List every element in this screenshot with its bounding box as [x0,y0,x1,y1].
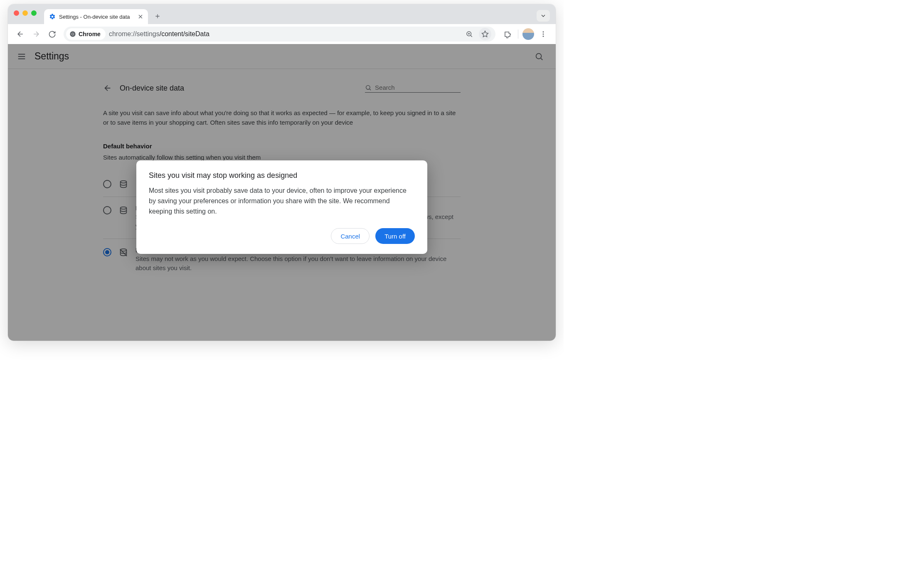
profile-avatar[interactable] [522,28,534,40]
window-controls [14,10,37,16]
svg-point-6 [543,36,544,37]
zoom-icon[interactable] [463,28,476,40]
dialog-body: Most sites you visit probably save data … [149,186,415,217]
nav-forward-button[interactable] [30,27,43,41]
page-content: Settings On-device site data A site you … [8,44,556,341]
browser-tab[interactable]: Settings - On-device site data [44,9,148,24]
browser-toolbar: Chrome chrome://settings/content/siteDat… [8,24,556,44]
browser-menu-icon[interactable] [537,27,550,41]
toolbar-divider [518,30,518,39]
turn-off-button[interactable]: Turn off [375,228,415,244]
minimize-window-button[interactable] [22,10,28,16]
fullscreen-window-button[interactable] [31,10,37,16]
svg-point-4 [543,31,544,32]
tab-strip: Settings - On-device site data [8,4,556,24]
close-tab-icon[interactable] [137,13,144,20]
reload-button[interactable] [45,27,59,41]
tab-overflow-button[interactable] [537,10,550,22]
bookmark-star-icon[interactable] [479,28,491,40]
address-bar[interactable]: Chrome chrome://settings/content/siteDat… [64,27,495,42]
site-chip-label: Chrome [79,31,101,37]
nav-back-button[interactable] [14,27,27,41]
browser-window: Settings - On-device site data Chrome ch… [8,4,556,341]
site-chip[interactable]: Chrome [66,28,106,40]
chrome-icon [69,31,76,37]
settings-gear-icon [49,13,56,20]
tab-title: Settings - On-device site data [59,14,134,20]
new-tab-button[interactable] [151,10,164,22]
url-text: chrome://settings/content/siteData [109,30,460,38]
svg-point-2 [72,33,74,35]
svg-point-5 [543,34,544,35]
confirm-dialog: Sites you visit may stop working as desi… [136,160,427,254]
extensions-icon[interactable] [500,27,514,41]
cancel-button[interactable]: Cancel [331,228,370,244]
dialog-title: Sites you visit may stop working as desi… [149,171,415,180]
close-window-button[interactable] [14,10,19,16]
